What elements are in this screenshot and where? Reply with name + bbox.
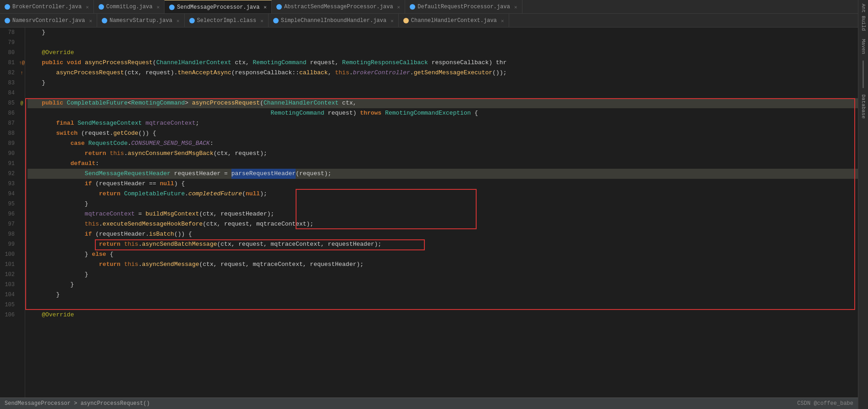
code-indent-90: [27, 149, 85, 159]
line-number-88: 88: [0, 130, 18, 137]
code-indent-94: [27, 189, 99, 199]
tab-channel[interactable]: ChannelHandlerContext.java ✕: [399, 14, 509, 28]
method-completed-94: completedFuture: [188, 189, 242, 199]
code-line-83: }: [27, 78, 862, 88]
code-text-104: }: [27, 290, 60, 300]
kw-switch-88: switch: [56, 128, 77, 138]
code-indent-92: [27, 169, 85, 179]
kw-return-94: return: [99, 189, 121, 199]
tab-namesrvs[interactable]: NamesrvStartup.java ✕: [97, 14, 184, 28]
line-number-86: 86: [0, 110, 18, 116]
type-exc-86: RemotingCommandException: [385, 108, 471, 118]
method-81: asyncProcessRequest: [85, 58, 153, 68]
tab-default[interactable]: DefaultRequestProcessor.java ✕: [405, 0, 522, 14]
line-number-95: 95: [0, 201, 18, 207]
code-text-102: }: [27, 270, 88, 280]
gutter-row-95: 95: [0, 199, 25, 209]
code-indent-93: [27, 179, 85, 189]
tab-icon-simple: [273, 18, 279, 23]
status-bar: SendMessageProcessor > asyncProcessReque…: [0, 398, 858, 409]
kw-this-99: this: [124, 239, 138, 249]
gutter-row-80: 80: [0, 48, 25, 58]
method-async-consumer-90: asyncConsumerSendMsgBack: [127, 149, 213, 159]
line-number-87: 87: [0, 120, 18, 127]
tab-label-commit: CommitLog.java: [106, 4, 153, 10]
tab-close-channel[interactable]: ✕: [501, 18, 504, 24]
arrow-icon-82: ↑: [20, 70, 23, 76]
tab-close-broker[interactable]: ✕: [86, 4, 89, 10]
right-sidebar: Ant Build Maven Database: [858, 0, 868, 409]
code-indent-106: [27, 310, 42, 320]
tab-label-abstract: AbstractSendMessageProcessor.java: [284, 4, 393, 10]
tab-icon-namesrv: [5, 18, 10, 23]
code-line-89: case RequestCode.CONSUMER_SEND_MSG_BACK:: [27, 138, 862, 149]
tab-close-abstract[interactable]: ✕: [397, 4, 401, 10]
tab-close-commit[interactable]: ✕: [157, 4, 160, 10]
tab-close-send[interactable]: ✕: [264, 4, 267, 10]
kw-else-100: else: [92, 249, 106, 260]
type-81c: RemotingResponseCallback: [342, 58, 428, 68]
code-line-101: return this.asyncSendMessage(ctx, reques…: [27, 260, 862, 270]
sidebar-label-ant[interactable]: Ant Build: [860, 0, 867, 34]
tab-simple[interactable]: SimpleChannelInboundHandler.java ✕: [269, 14, 399, 28]
sidebar-label-database[interactable]: Database: [860, 91, 867, 122]
code-indent-81: [27, 58, 42, 68]
tab-commit[interactable]: CommitLog.java ✕: [94, 0, 165, 14]
code-text-95: }: [27, 199, 88, 209]
code-indent-99: [27, 239, 99, 249]
type-channel-85: ChannelHandlerContext: [264, 98, 339, 108]
tab-selector[interactable]: SelectorImpl.class ✕: [185, 14, 269, 28]
code-line-106: @Override: [27, 310, 862, 320]
tab-send[interactable]: SendMessageProcessor.java ✕: [165, 0, 272, 14]
method-build-96: buildMsgContext: [145, 209, 199, 219]
tab-icon-send: [169, 5, 175, 10]
method-callback-82: callback: [299, 68, 328, 78]
tab-close-namesrvs[interactable]: ✕: [176, 18, 180, 24]
tab-label-namesrv: NamesrvController.java: [12, 17, 85, 24]
tab-icon-broker: [5, 4, 10, 10]
tab-label-simple: SimpleChannelInboundHandler.java: [281, 17, 386, 24]
tab-icon-commit: [99, 4, 104, 10]
line-number-94: 94: [0, 191, 18, 197]
tab-label-broker: BrokerController.java: [12, 4, 82, 10]
line-number-79: 79: [0, 39, 18, 46]
tab-broker[interactable]: BrokerController.java ✕: [0, 0, 94, 14]
line-number-91: 91: [0, 160, 18, 167]
tab-label-default: DefaultRequestProcessor.java: [418, 4, 510, 10]
gutter-row-103: 103: [0, 280, 25, 290]
code-indent-96: [27, 209, 85, 219]
code-text-79: [27, 38, 31, 48]
tab-close-simple[interactable]: ✕: [390, 18, 394, 24]
tab-namesrv[interactable]: NamesrvController.java ✕: [0, 14, 97, 28]
sidebar-label-maven[interactable]: Maven: [860, 35, 867, 58]
method-get-82: getSendMessageExecutor: [414, 68, 493, 78]
code-line-81: public void asyncProcessRequest(ChannelH…: [27, 58, 862, 68]
line-number-100: 100: [0, 251, 18, 258]
method-82: asyncProcessRequest: [56, 68, 124, 78]
tab-close-selector[interactable]: ✕: [260, 18, 264, 24]
gutter-row-102: 102: [0, 270, 25, 280]
code-line-105: [27, 300, 862, 310]
code-text-86: [27, 108, 271, 118]
annotation-80: @Override: [42, 48, 74, 58]
override-icon-81: ↑@: [19, 60, 25, 66]
kw-return-99: return: [99, 239, 121, 249]
line-number-101: 101: [0, 261, 18, 268]
kw-void-81: void: [67, 58, 81, 68]
code-line-90: return this.asyncConsumerSendMsgBack(ctx…: [27, 149, 862, 159]
kw-case-89: case: [71, 138, 85, 149]
kw-return-101: return: [99, 260, 121, 270]
code-line-99: return this.asyncSendBatchMessage(ctx, r…: [27, 239, 862, 249]
gutter-row-97: 97: [0, 219, 25, 229]
gutter-row-105: 105: [0, 300, 25, 310]
tab-close-namesrv[interactable]: ✕: [89, 18, 92, 24]
code-indent-101: [27, 260, 99, 270]
kw-this-82: this: [335, 68, 349, 78]
tab-abstract[interactable]: AbstractSendMessageProcessor.java ✕: [272, 0, 405, 14]
code-line-84: [27, 88, 862, 98]
line-gutter: 78 79 80 81 ↑@ 82 ↑ 83: [0, 28, 25, 398]
kw-this-101: this: [124, 260, 138, 270]
gutter-row-83: 83: [0, 78, 25, 88]
tab-close-default[interactable]: ✕: [514, 4, 517, 10]
code-content[interactable]: } @Override public void asyncProcessRequ…: [25, 28, 862, 398]
